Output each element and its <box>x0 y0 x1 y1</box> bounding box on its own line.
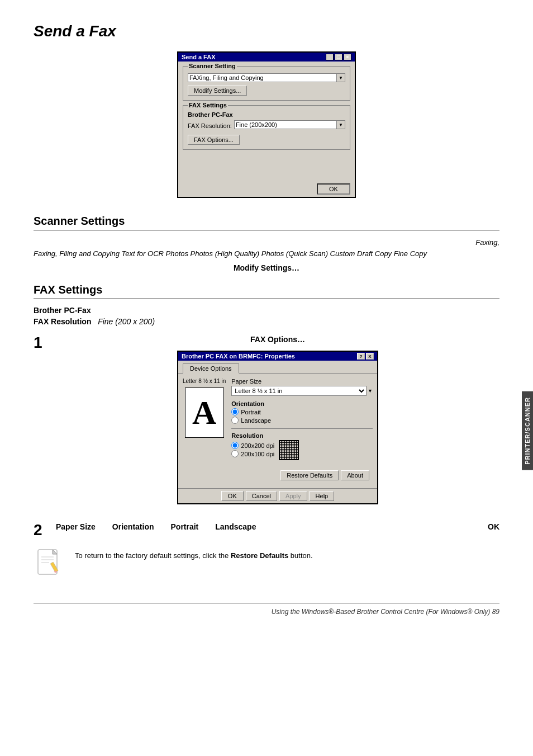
fax-res-value-text: Fine (200 x 200) <box>98 317 155 326</box>
send-fax-dialog: Send a FAX _ □ × Scanner Setting FAXing,… <box>177 51 356 198</box>
titlebar-buttons: _ □ × <box>326 54 351 60</box>
step1-row: 1 FAX Options… Brother PC FAX on BRMFC: … <box>34 335 499 513</box>
restore-defaults-label: Restore Defaults <box>231 551 288 560</box>
note-icon <box>34 547 67 580</box>
step2-content: Paper Size Orientation Portrait Landscap… <box>56 522 499 531</box>
res-200x100-radio[interactable] <box>231 450 239 457</box>
step2-landscape: Landscape <box>215 522 256 531</box>
landscape-radio[interactable] <box>231 417 239 424</box>
about-btn[interactable]: About <box>341 470 369 480</box>
send-fax-titlebar: Send a FAX _ □ × <box>178 53 355 62</box>
minimize-btn[interactable]: _ <box>326 54 334 60</box>
step2-number: 2 <box>34 522 50 538</box>
step2-labels: Paper Size Orientation Portrait Landscap… <box>56 522 499 531</box>
res-200x200-label: 200x200 dpi <box>241 442 274 449</box>
portrait-radio-row: Portrait <box>231 408 373 415</box>
props-footer: OK Cancel Apply Help <box>178 488 377 503</box>
close-btn[interactable]: × <box>344 54 351 60</box>
props-cancel-btn[interactable]: Cancel <box>246 491 277 501</box>
scanner-dropdown[interactable]: FAXing, Filing and Copying <box>188 73 345 82</box>
spacer2 <box>231 465 373 470</box>
step2-paper-size: Paper Size <box>56 522 96 531</box>
send-fax-dialog-container: Send a FAX _ □ × Scanner Setting FAXing,… <box>34 51 499 198</box>
scanner-setting-group: Scanner Setting FAXing, Filing and Copyi… <box>183 66 350 101</box>
props-ok-btn[interactable]: OK <box>221 491 244 501</box>
spacer <box>183 154 350 177</box>
paper-size-select[interactable]: Letter 8 ½ x 11 in <box>231 386 367 396</box>
landscape-label: Landscape <box>241 417 271 424</box>
props-title: Brother PC FAX on BRMFC: Properties <box>182 353 295 360</box>
scanner-settings-section-header: Scanner Settings <box>34 215 499 230</box>
scanner-dropdown-arrow: ▼ <box>336 73 345 82</box>
resolution-row: 200x200 dpi 200x100 dpi <box>231 440 373 460</box>
resolution-group-label: Resolution <box>231 432 373 439</box>
paper-size-field-label: Paper Size <box>231 378 373 385</box>
fax-resolution-label: FAX Resolution: <box>188 122 232 129</box>
scanner-setting-label: Scanner Setting <box>188 63 237 69</box>
note-prefix-text: To return to the factory default setting… <box>75 551 231 560</box>
brother-pc-fax-heading: Brother PC-Fax <box>34 306 499 315</box>
res-200x100-row: 200x100 dpi <box>231 450 274 457</box>
portrait-radio[interactable] <box>231 408 239 415</box>
props-titlebar: Brother PC FAX on BRMFC: Properties ? X <box>178 352 377 361</box>
fax-settings-group-label: FAX Settings <box>188 102 228 108</box>
step2-ok: OK <box>488 522 499 531</box>
res-200x200-radio[interactable] <box>231 442 239 449</box>
resolution-options: 200x200 dpi 200x100 dpi <box>231 442 274 459</box>
brother-pc-fax-label: Brother PC-Fax <box>188 111 345 118</box>
props-left-panel: Letter 8 ½ x 11 in A <box>183 378 226 484</box>
step2-orientation: Orientation <box>112 522 154 531</box>
maximize-btn[interactable]: □ <box>335 54 342 60</box>
paper-small-label: Letter 8 ½ x 11 in <box>183 378 226 384</box>
note-suffix-text: button. <box>288 551 312 560</box>
fax-settings-group: FAX Settings Brother PC-Fax FAX Resoluti… <box>183 105 350 150</box>
send-fax-title: Send a FAX <box>182 54 216 60</box>
modify-settings-label: Modify Settings… <box>34 263 499 272</box>
send-fax-body: Scanner Setting FAXing, Filing and Copyi… <box>178 62 355 181</box>
paper-size-select-row: Letter 8 ½ x 11 in ▼ <box>231 386 373 396</box>
right-sidebar-tab: PRINTER/SCANNER <box>522 391 533 470</box>
fax-options-wrapper: FAX Options... <box>188 135 345 145</box>
fax-settings-section-header: FAX Settings <box>34 284 499 299</box>
fax-options-btn[interactable]: FAX Options... <box>188 135 240 145</box>
fax-resolution-dropdown[interactable]: Fine (200x200) <box>234 120 345 129</box>
separator <box>231 428 373 429</box>
portrait-label: Portrait <box>241 409 260 415</box>
options-list-text: Faxing, Filing and Copying Text for OCR … <box>34 248 499 259</box>
letter-a-preview: A <box>185 388 224 438</box>
scanner-settings-description: Faxing, Faxing, Filing and Copying Text … <box>34 237 499 259</box>
props-help-btn[interactable]: ? <box>357 353 365 360</box>
fax-resolution-heading: FAX Resolution Fine (200 x 200) <box>34 317 499 326</box>
fax-resolution-row: FAX Resolution: Fine (200x200) ▼ <box>188 120 345 131</box>
modify-settings-wrapper: Modify Settings... <box>188 86 345 96</box>
props-tab-bar: Device Options <box>178 361 377 374</box>
page-title: Send a Fax <box>34 22 499 40</box>
step1-content: FAX Options… Brother PC FAX on BRMFC: Pr… <box>56 335 499 513</box>
fax-res-dropdown-arrow: ▼ <box>336 120 345 129</box>
res-200x100-label: 200x100 dpi <box>241 451 274 457</box>
orientation-label: Orientation <box>231 400 373 407</box>
landscape-radio-row: Landscape <box>231 417 373 424</box>
faxing-text: Faxing, <box>34 237 499 248</box>
props-help-footer-btn[interactable]: Help <box>310 491 335 501</box>
resolution-group: Resolution 200x200 dpi <box>231 432 373 460</box>
res-200x200-row: 200x200 dpi <box>231 442 274 449</box>
footer-text: Using the Windows®-Based Brother Control… <box>272 608 499 616</box>
step2-row: 2 Paper Size Orientation Portrait Landsc… <box>34 522 499 538</box>
send-fax-footer: OK <box>178 181 355 197</box>
props-right-panel: Paper Size Letter 8 ½ x 11 in ▼ Orientat… <box>231 378 373 484</box>
note-svg-icon <box>34 547 67 580</box>
paper-size-arrow: ▼ <box>368 388 373 394</box>
resolution-preview-icon <box>279 440 299 460</box>
props-body: Letter 8 ½ x 11 in A Paper Size Letter 8… <box>178 374 377 488</box>
fax-res-label-text: FAX Resolution <box>34 317 91 326</box>
props-apply-btn[interactable]: Apply <box>279 491 307 501</box>
props-close-btn[interactable]: X <box>366 353 374 360</box>
page-footer: Using the Windows®-Based Brother Control… <box>34 603 499 616</box>
restore-defaults-btn[interactable]: Restore Defaults <box>280 470 339 480</box>
ok-btn[interactable]: OK <box>317 183 350 195</box>
modify-settings-btn[interactable]: Modify Settings... <box>188 86 247 96</box>
orientation-group: Orientation Portrait Landscape <box>231 400 373 424</box>
tab-device-options[interactable]: Device Options <box>183 363 239 374</box>
props-extra-buttons: Restore Defaults About <box>231 470 373 480</box>
